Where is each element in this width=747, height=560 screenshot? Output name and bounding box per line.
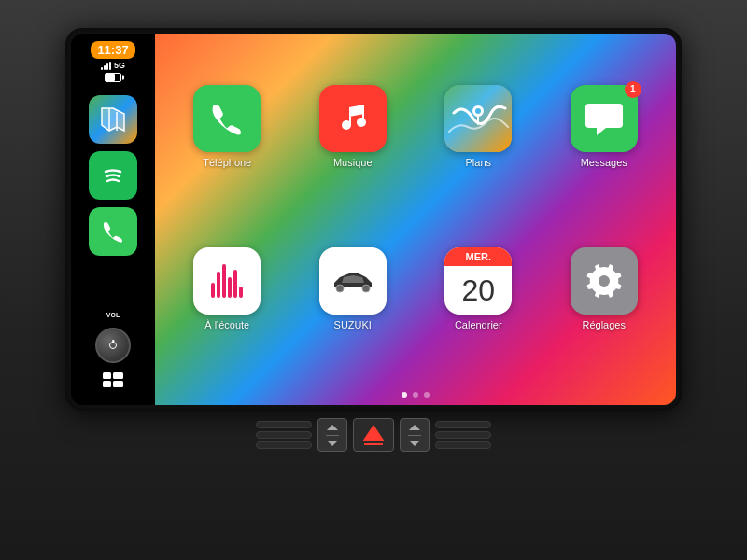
svg-rect-2 — [113, 372, 123, 379]
sidebar-phone-icon[interactable] — [89, 207, 137, 256]
podcast-bar — [228, 277, 232, 298]
app-reglages[interactable]: Réglages — [547, 214, 662, 366]
signal-row: 5G — [101, 61, 125, 70]
podcast-bar — [217, 272, 220, 298]
vol-knob[interactable] — [95, 328, 131, 363]
svg-point-12 — [336, 285, 344, 292]
calendar-day: 20 — [461, 273, 495, 308]
page-dot-2[interactable] — [413, 392, 418, 398]
app-messages-icon: 1 — [571, 85, 638, 152]
app-plans[interactable]: Plans — [421, 50, 536, 203]
car-panel: 11:37 5G — [0, 0, 747, 560]
power-icon — [109, 342, 117, 349]
sidebar-controls: VOL — [95, 312, 131, 398]
signal-bar-1 — [101, 67, 103, 70]
left-side-vent — [256, 421, 312, 449]
podcast-bar — [222, 264, 226, 298]
svg-rect-8 — [362, 114, 364, 122]
app-musique[interactable]: Musique — [296, 50, 411, 203]
scroll-up-icon-right — [409, 425, 420, 430]
left-vent-slot-3 — [256, 441, 312, 449]
app-aecoute[interactable]: À l'écoute — [170, 214, 285, 366]
right-vent-slot-2 — [435, 431, 491, 439]
scroll-down-icon — [327, 441, 338, 446]
app-messages-label: Messages — [581, 157, 627, 168]
car-controls — [65, 411, 682, 504]
grid-icon[interactable] — [103, 371, 123, 392]
scroll-up-icon — [327, 425, 338, 430]
sidebar-maps-icon[interactable] — [89, 95, 137, 144]
svg-rect-1 — [103, 372, 111, 379]
right-vent-slot-3 — [435, 441, 491, 449]
app-reglages-label: Réglages — [583, 319, 626, 330]
app-telephone-icon — [193, 85, 261, 152]
status-bar: 11:37 5G — [91, 41, 134, 82]
signal-bars — [101, 61, 111, 70]
vol-label: VOL — [106, 312, 120, 318]
svg-rect-7 — [349, 117, 351, 125]
svg-point-6 — [357, 118, 366, 127]
signal-bar-2 — [104, 65, 106, 70]
app-reglages-icon — [571, 247, 638, 315]
screen-bezel: 11:37 5G — [65, 28, 682, 411]
svg-point-11 — [475, 108, 481, 114]
app-suzuki-label: SUZUKI — [334, 319, 372, 330]
left-scroll-control[interactable] — [317, 418, 347, 452]
app-grid: Téléphone Mus — [155, 34, 676, 372]
main-content: Téléphone Mus — [155, 34, 676, 405]
left-vent-slot-2 — [256, 431, 312, 439]
right-scroll-control[interactable] — [400, 418, 430, 452]
maps-overlay — [444, 85, 512, 152]
signal-bar-4 — [109, 62, 111, 70]
time-display: 11:37 — [91, 41, 134, 59]
hazard-triangle-outer — [362, 425, 385, 441]
vent-assembly — [65, 418, 682, 452]
podcast-bar — [233, 270, 237, 298]
app-suzuki-icon — [319, 247, 387, 315]
sidebar-spotify-icon[interactable] — [89, 151, 137, 200]
battery-fill — [106, 74, 115, 81]
podcast-bar — [239, 287, 243, 298]
app-aecoute-label: À l'écoute — [204, 319, 249, 330]
app-messages[interactable]: 1 Messages — [547, 50, 662, 203]
hazard-base — [364, 443, 383, 445]
app-calendrier-icon: MER. 20 — [444, 247, 512, 315]
sidebar: 11:37 5G — [71, 34, 155, 405]
messages-badge: 1 — [625, 81, 641, 98]
network-type: 5G — [114, 61, 125, 70]
hazard-button[interactable] — [353, 418, 394, 452]
page-dot-1[interactable] — [402, 392, 407, 398]
svg-point-13 — [362, 285, 370, 292]
podcast-bars — [211, 264, 243, 298]
svg-rect-3 — [103, 381, 111, 387]
app-suzuki[interactable]: SUZUKI — [296, 214, 411, 366]
app-telephone-label: Téléphone — [203, 157, 251, 168]
svg-point-14 — [599, 275, 610, 287]
right-vent-slot-1 — [435, 421, 491, 428]
scroll-divider-right — [408, 435, 421, 436]
page-dot-3[interactable] — [424, 392, 430, 398]
battery-icon — [105, 73, 121, 82]
left-vent-slot-1 — [256, 421, 312, 428]
app-musique-icon — [319, 85, 387, 152]
right-side-vent — [435, 421, 491, 449]
app-plans-label: Plans — [465, 157, 491, 168]
app-telephone[interactable]: Téléphone — [170, 50, 285, 203]
app-calendrier[interactable]: MER. 20 Calendrier — [421, 214, 536, 366]
app-plans-icon — [444, 85, 512, 152]
app-aecoute-icon — [193, 247, 261, 315]
scroll-divider — [326, 435, 339, 436]
calendar-dow: MER. — [466, 251, 492, 262]
podcast-bar — [211, 283, 215, 298]
svg-rect-4 — [113, 381, 123, 387]
app-musique-label: Musique — [333, 157, 373, 168]
scroll-down-icon-right — [409, 441, 420, 446]
app-calendrier-label: Calendrier — [455, 319, 502, 330]
signal-bar-3 — [106, 63, 108, 70]
carplay-screen: 11:37 5G — [71, 34, 676, 405]
page-dots — [402, 392, 430, 398]
